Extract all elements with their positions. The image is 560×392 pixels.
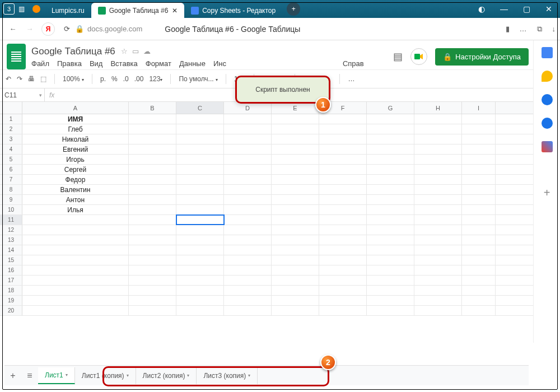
col-header-I[interactable]: I <box>462 102 496 114</box>
move-folder-icon[interactable]: ▭ <box>132 47 139 55</box>
yandex-icon[interactable]: Я <box>41 22 55 36</box>
cell-B17[interactable] <box>129 276 176 285</box>
cell-C17[interactable] <box>176 276 224 285</box>
cell-I9[interactable] <box>462 195 496 204</box>
cell-H8[interactable] <box>414 185 462 194</box>
cell-B4[interactable] <box>129 144 176 154</box>
cell-H15[interactable] <box>414 255 462 265</box>
cell-G11[interactable] <box>367 215 414 225</box>
cell-E15[interactable] <box>272 255 319 265</box>
col-header-B[interactable]: B <box>129 102 176 114</box>
cell-D13[interactable] <box>224 235 272 245</box>
cell-B10[interactable] <box>129 205 176 214</box>
cell-A2[interactable]: Глеб <box>22 124 129 134</box>
cell-G10[interactable] <box>367 205 414 214</box>
row-header-3[interactable]: 3 <box>0 134 22 144</box>
col-header-G[interactable]: G <box>367 102 414 114</box>
cell-E6[interactable] <box>272 165 319 174</box>
cell-F7[interactable] <box>319 175 367 184</box>
cell-E19[interactable] <box>272 296 319 305</box>
cell-E11[interactable] <box>272 215 319 225</box>
cell-B19[interactable] <box>129 296 176 305</box>
col-header-E[interactable]: E <box>272 102 319 114</box>
cell-G9[interactable] <box>367 195 414 204</box>
menu-dots-icon[interactable]: … <box>520 25 527 33</box>
cell-F4[interactable] <box>319 144 367 154</box>
profile-icon[interactable]: ◐ <box>470 0 493 18</box>
cell-E3[interactable] <box>272 134 319 144</box>
format-number-button[interactable]: 123▾ <box>149 75 162 83</box>
row-header-11[interactable]: 11 <box>0 215 22 225</box>
keep-icon[interactable] <box>542 71 553 82</box>
cell-F1[interactable] <box>319 114 367 124</box>
cell-A7[interactable]: Федор <box>22 175 129 184</box>
document-title[interactable]: Google Таблица #6 <box>31 46 115 57</box>
row-header-20[interactable]: 20 <box>0 306 22 315</box>
menu-file[interactable]: Файл <box>31 59 49 68</box>
cell-H20[interactable] <box>414 306 462 315</box>
cell-A12[interactable] <box>22 225 129 235</box>
cell-B15[interactable] <box>129 255 176 265</box>
redo-button[interactable]: ↷ <box>17 75 22 83</box>
zoom-select[interactable]: 100% ▾ <box>63 75 84 83</box>
sheet-tab-1[interactable]: Лист1 (копия) ▾ <box>75 367 136 384</box>
maximize-button[interactable]: ▢ <box>515 0 538 18</box>
paint-format-button[interactable]: ⬚ <box>40 75 46 83</box>
cell-E1[interactable] <box>272 114 319 124</box>
cell-G8[interactable] <box>367 185 414 194</box>
cell-G13[interactable] <box>367 235 414 245</box>
row-header-7[interactable]: 7 <box>0 175 22 184</box>
font-select[interactable]: По умолч... ▾ <box>179 75 218 83</box>
cell-F10[interactable] <box>319 205 367 214</box>
row-header-15[interactable]: 15 <box>0 255 22 265</box>
close-window-button[interactable]: ✕ <box>538 0 560 18</box>
row-header-12[interactable]: 12 <box>0 225 22 235</box>
cell-E14[interactable] <box>272 245 319 255</box>
cell-D17[interactable] <box>224 276 272 285</box>
extensions-icon[interactable]: ⧉ <box>537 25 542 34</box>
cell-D3[interactable] <box>224 134 272 144</box>
row-header-13[interactable]: 13 <box>0 235 22 245</box>
cell-C9[interactable] <box>176 195 224 204</box>
cell-E5[interactable] <box>272 155 319 164</box>
cell-C5[interactable] <box>176 155 224 164</box>
cell-I13[interactable] <box>462 235 496 245</box>
cell-D7[interactable] <box>224 175 272 184</box>
cell-D6[interactable] <box>224 165 272 174</box>
cell-G6[interactable] <box>367 165 414 174</box>
cell-I2[interactable] <box>462 124 496 134</box>
cell-F14[interactable] <box>319 245 367 255</box>
cell-H1[interactable] <box>414 114 462 124</box>
browser-tab-1[interactable]: Lumpics.ru <box>45 3 91 18</box>
cell-E8[interactable] <box>272 185 319 194</box>
cell-H9[interactable] <box>414 195 462 204</box>
currency-button[interactable]: р. <box>100 75 106 83</box>
cell-H17[interactable] <box>414 276 462 285</box>
cell-A16[interactable] <box>22 265 129 275</box>
meet-icon[interactable] <box>410 48 427 65</box>
cell-G15[interactable] <box>367 255 414 265</box>
row-header-17[interactable]: 17 <box>0 276 22 285</box>
back-button[interactable]: ← <box>4 21 21 38</box>
cell-H11[interactable] <box>414 215 462 225</box>
tasks-icon[interactable] <box>542 94 553 105</box>
cell-G1[interactable] <box>367 114 414 124</box>
cell-B20[interactable] <box>129 306 176 315</box>
cell-I15[interactable] <box>462 255 496 265</box>
cell-C10[interactable] <box>176 205 224 214</box>
cell-B1[interactable] <box>129 114 176 124</box>
cell-D2[interactable] <box>224 124 272 134</box>
cell-F18[interactable] <box>319 286 367 295</box>
row-header-18[interactable]: 18 <box>0 286 22 295</box>
cell-D18[interactable] <box>224 286 272 295</box>
menu-tools[interactable]: Инс <box>213 59 226 68</box>
cell-D10[interactable] <box>224 205 272 214</box>
cell-F5[interactable] <box>319 155 367 164</box>
cell-F11[interactable] <box>319 215 367 225</box>
cell-C16[interactable] <box>176 265 224 275</box>
cell-G7[interactable] <box>367 175 414 184</box>
cell-B18[interactable] <box>129 286 176 295</box>
cell-D12[interactable] <box>224 225 272 235</box>
cell-D4[interactable] <box>224 144 272 154</box>
browser-tab-3[interactable]: Copy Sheets - Редактор <box>184 3 282 18</box>
